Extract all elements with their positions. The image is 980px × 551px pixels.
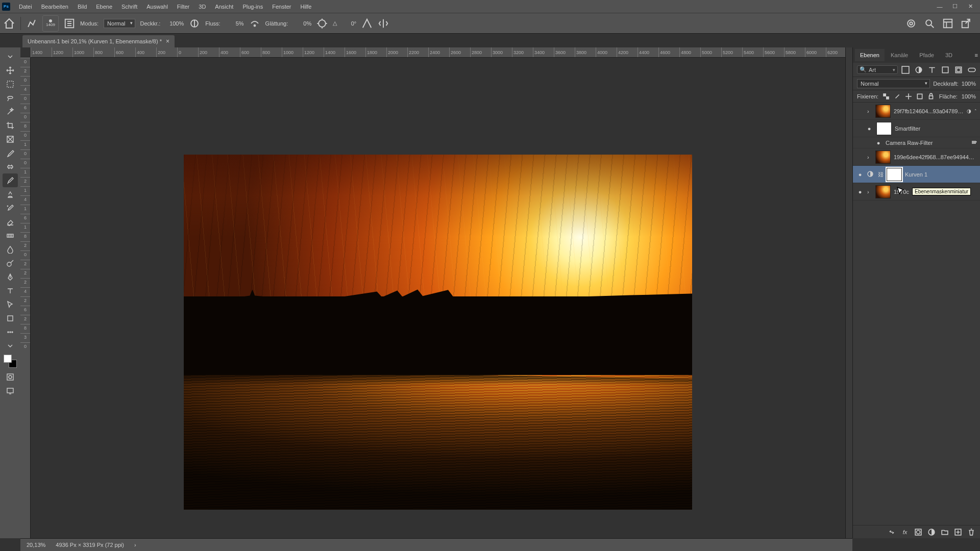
history-brush-tool[interactable] bbox=[3, 201, 18, 215]
lock-pixels-icon[interactable] bbox=[894, 93, 901, 100]
menu-filter[interactable]: Filter bbox=[173, 2, 194, 12]
document-tab-close-icon[interactable]: × bbox=[166, 38, 169, 45]
link-layers-button[interactable] bbox=[888, 529, 895, 536]
layer-row[interactable]: ● Camera Raw-Filter bbox=[853, 137, 980, 148]
lock-position-icon[interactable] bbox=[905, 93, 912, 100]
add-mask-button[interactable] bbox=[915, 529, 922, 536]
smoothing-options-button[interactable] bbox=[316, 18, 328, 29]
wand-tool[interactable] bbox=[3, 105, 18, 118]
cloud-docs-button[interactable] bbox=[905, 18, 917, 29]
visibility-toggle[interactable]: ● bbox=[865, 126, 873, 132]
filter-smart-icon[interactable] bbox=[954, 66, 963, 74]
layer-name[interactable]: Kurven 1 bbox=[905, 171, 977, 178]
filter-pixel-icon[interactable] bbox=[901, 66, 910, 74]
layer-thumbnail[interactable] bbox=[875, 105, 891, 118]
collapse-toolbar-button[interactable] bbox=[3, 49, 18, 63]
layer-fx-button[interactable]: fx bbox=[901, 529, 909, 536]
fill-value[interactable]: 100% bbox=[962, 93, 976, 99]
expand-icon[interactable]: › bbox=[867, 154, 872, 160]
type-tool[interactable] bbox=[3, 284, 18, 297]
adjustment-icon[interactable] bbox=[867, 171, 874, 178]
visibility-toggle[interactable]: ● bbox=[856, 189, 864, 195]
tool-preset-picker[interactable] bbox=[26, 18, 37, 29]
layer-name[interactable]: Camera Raw-Filter bbox=[886, 140, 968, 146]
add-group-button[interactable] bbox=[941, 529, 948, 536]
shape-tool[interactable] bbox=[3, 311, 18, 325]
pen-tool[interactable] bbox=[3, 270, 18, 284]
filter-adjust-icon[interactable] bbox=[915, 66, 923, 74]
eraser-tool[interactable] bbox=[3, 215, 18, 229]
search-button[interactable] bbox=[924, 18, 935, 29]
window-close-button[interactable]: ✕ bbox=[963, 2, 978, 12]
add-layer-button[interactable] bbox=[954, 529, 962, 536]
expand-icon[interactable]: › bbox=[867, 189, 872, 195]
collapse-fx-icon[interactable]: ˄ bbox=[974, 109, 977, 114]
dodge-tool[interactable] bbox=[3, 256, 18, 270]
menu-schrift[interactable]: Schrift bbox=[117, 2, 142, 12]
edit-toolbar[interactable] bbox=[3, 339, 18, 353]
lock-all-icon[interactable] bbox=[927, 93, 935, 100]
angle-input[interactable] bbox=[342, 20, 356, 27]
eyedropper-tool[interactable] bbox=[3, 146, 18, 160]
document-canvas[interactable] bbox=[31, 58, 845, 538]
layer-kind-filter[interactable]: 🔍 Art bbox=[857, 65, 898, 74]
tab-ebenen[interactable]: Ebenen bbox=[855, 49, 885, 61]
menu-fenster[interactable]: Fenster bbox=[267, 2, 296, 12]
crop-tool[interactable] bbox=[3, 118, 18, 132]
foreground-color-swatch[interactable] bbox=[4, 355, 12, 363]
visibility-toggle[interactable]: ● bbox=[874, 140, 883, 146]
filter-options-icon[interactable] bbox=[971, 139, 977, 146]
brush-settings-button[interactable] bbox=[64, 18, 75, 29]
tab-kanaele[interactable]: Kanäle bbox=[886, 49, 913, 61]
menu-3d[interactable]: 3D bbox=[194, 2, 210, 12]
visibility-toggle[interactable]: ● bbox=[856, 171, 864, 178]
menu-hilfe[interactable]: Hilfe bbox=[296, 2, 316, 12]
document-tab[interactable]: Unbenannt-1 bei 20,1% (Kurven 1, Ebenenm… bbox=[22, 35, 175, 47]
menu-ansicht[interactable]: Ansicht bbox=[210, 2, 238, 12]
link-icon[interactable]: ⛓ bbox=[877, 171, 884, 178]
window-maximize-button[interactable]: ☐ bbox=[947, 2, 963, 12]
layer-row[interactable]: › 199e6dee42f968...87ee94944802d bbox=[853, 148, 980, 166]
move-tool[interactable] bbox=[3, 63, 18, 77]
menu-bild[interactable]: Bild bbox=[73, 2, 91, 12]
delete-layer-button[interactable] bbox=[968, 529, 975, 536]
tab-pfade[interactable]: Pfade bbox=[914, 49, 939, 61]
flow-input[interactable] bbox=[226, 20, 244, 27]
share-button[interactable] bbox=[961, 18, 972, 29]
frame-tool[interactable] bbox=[3, 132, 18, 146]
horizontal-ruler[interactable]: 1400120010008006004002000200400600800100… bbox=[31, 47, 845, 58]
heal-tool[interactable] bbox=[3, 160, 18, 173]
window-minimize-button[interactable]: — bbox=[932, 2, 947, 12]
gradient-tool[interactable] bbox=[3, 229, 18, 242]
layer-name[interactable]: 29f7fb124604...93a047894a38 bbox=[894, 108, 964, 114]
layer-opacity-value[interactable]: 100% bbox=[962, 81, 976, 87]
brush-preset-picker[interactable]: 1409 bbox=[42, 15, 59, 32]
workspace-button[interactable] bbox=[942, 18, 953, 29]
path-select-tool[interactable] bbox=[3, 297, 18, 311]
layer-row[interactable]: › 29f7fb124604...93a047894a38 ◑ ˄ bbox=[853, 103, 980, 120]
clone-tool[interactable] bbox=[3, 187, 18, 201]
blend-mode-select[interactable]: Normal bbox=[104, 19, 135, 28]
airbrush-button[interactable] bbox=[249, 18, 260, 29]
vertical-ruler[interactable]: 02040608010012141618202224262830 bbox=[20, 58, 31, 538]
expand-icon[interactable]: › bbox=[867, 108, 872, 114]
size-pressure-button[interactable] bbox=[361, 18, 373, 29]
filter-type-icon[interactable] bbox=[928, 66, 936, 74]
lasso-tool[interactable] bbox=[3, 91, 18, 105]
layer-blend-mode-select[interactable]: Normal bbox=[857, 79, 930, 88]
opacity-input[interactable] bbox=[165, 20, 184, 27]
opacity-pressure-button[interactable] bbox=[189, 18, 200, 29]
symmetry-button[interactable] bbox=[378, 18, 389, 29]
doc-info-chevron-icon[interactable]: › bbox=[134, 542, 136, 548]
menu-plugins[interactable]: Plug-ins bbox=[238, 2, 267, 12]
layer-thumbnail[interactable] bbox=[875, 185, 891, 198]
smart-filter-icon[interactable]: ◑ bbox=[967, 108, 971, 114]
lock-nesting-icon[interactable] bbox=[916, 93, 923, 100]
collapsed-panel-dock[interactable] bbox=[845, 47, 852, 538]
zoom-level[interactable]: 20,13% bbox=[27, 542, 45, 548]
filter-toggle-icon[interactable] bbox=[968, 66, 976, 74]
more-tools[interactable] bbox=[3, 325, 18, 339]
home-button[interactable] bbox=[3, 17, 15, 30]
menu-bearbeiten[interactable]: Bearbeiten bbox=[37, 2, 73, 12]
layer-mask-thumbnail[interactable] bbox=[887, 168, 902, 181]
